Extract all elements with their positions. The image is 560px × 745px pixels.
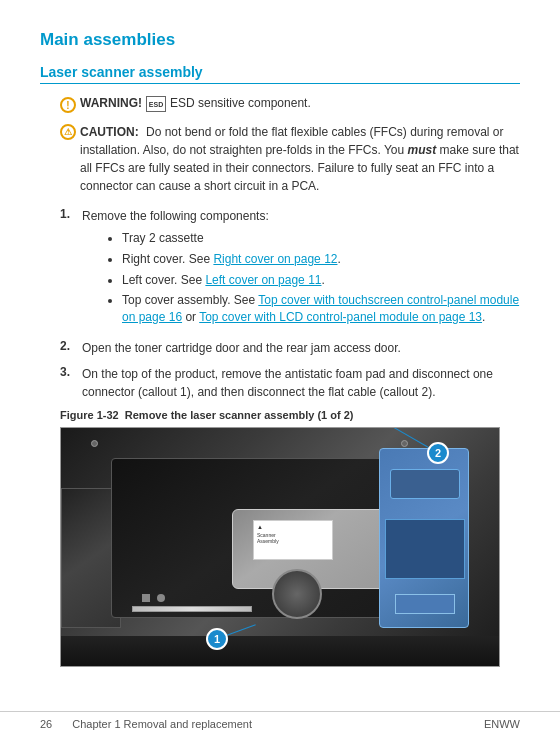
warning-box: ! WARNING! ESD ESD sensitive component. xyxy=(60,96,520,113)
printer-interior: ▲ Scanner Assembly xyxy=(61,428,499,666)
screw-2 xyxy=(401,440,408,447)
round-mirror xyxy=(272,569,322,619)
bullet-list: Tray 2 cassette Right cover. See Right c… xyxy=(122,230,520,326)
callout-1-badge: 1 xyxy=(206,628,228,650)
footer-enww: ENWW xyxy=(484,718,520,730)
flat-cable xyxy=(132,606,252,612)
main-title: Main assemblies xyxy=(40,30,520,50)
top-cover-lcd-link[interactable]: Top cover with LCD control-panel module … xyxy=(199,310,482,324)
right-blue-component xyxy=(379,448,469,628)
bullet-tray2: Tray 2 cassette xyxy=(122,230,520,247)
step-1-text: Remove the following components: Tray 2 … xyxy=(82,207,520,331)
blue-sub-component xyxy=(390,469,460,499)
step-3: 3. On the top of the product, remove the… xyxy=(60,365,520,401)
step-2: 2. Open the toner cartridge door and the… xyxy=(60,339,520,357)
footer-left: 26 Chapter 1 Removal and replacement xyxy=(40,718,252,730)
bottom-section xyxy=(61,636,499,666)
footer-chapter: Chapter 1 Removal and replacement xyxy=(72,718,252,730)
step-1-num: 1. xyxy=(60,207,76,221)
section-title: Laser scanner assembly xyxy=(40,64,520,84)
warning-icon: ! xyxy=(60,97,76,113)
connector-dot-1 xyxy=(142,594,150,602)
screw-1 xyxy=(91,440,98,447)
blue-sub-component-2 xyxy=(385,519,465,579)
figure-image: ▲ Scanner Assembly xyxy=(60,427,500,667)
connector-dot-2 xyxy=(157,594,165,602)
step-2-num: 2. xyxy=(60,339,76,353)
main-tray: ▲ Scanner Assembly xyxy=(111,458,391,618)
figure-label: Figure 1-32 xyxy=(60,409,119,421)
page: Main assemblies Laser scanner assembly !… xyxy=(0,0,560,745)
step-3-num: 3. xyxy=(60,365,76,379)
caution-text: CAUTION: Do not bend or fold the flat fl… xyxy=(80,123,520,195)
left-cover-link[interactable]: Left cover on page 11 xyxy=(205,273,321,287)
scanner-label: ▲ Scanner Assembly xyxy=(253,520,333,560)
bullet-left-cover: Left cover. See Left cover on page 11. xyxy=(122,272,520,289)
figure-caption-text: Remove the laser scanner assembly (1 of … xyxy=(125,409,354,421)
bullet-top-cover: Top cover assembly. See Top cover with t… xyxy=(122,292,520,326)
callout-2-badge: 2 xyxy=(427,442,449,464)
caution-label: CAUTION: xyxy=(80,125,139,139)
right-cover-link[interactable]: Right cover on page 12 xyxy=(213,252,337,266)
footer-page-num: 26 xyxy=(40,718,52,730)
esd-icon: ESD xyxy=(146,96,166,112)
blue-sub-component-3 xyxy=(395,594,455,614)
caution-triangle-icon: ⚠ xyxy=(60,124,76,140)
step-2-text: Open the toner cartridge door and the re… xyxy=(82,339,401,357)
footer: 26 Chapter 1 Removal and replacement ENW… xyxy=(0,711,560,730)
step-1: 1. Remove the following components: Tray… xyxy=(60,207,520,331)
steps-container: 1. Remove the following components: Tray… xyxy=(60,207,520,401)
bullet-right-cover: Right cover. See Right cover on page 12. xyxy=(122,251,520,268)
warning-text: ESD sensitive component. xyxy=(170,96,311,110)
warning-label: WARNING! xyxy=(80,96,142,110)
caution-box: ⚠ CAUTION: Do not bend or fold the flat … xyxy=(60,123,520,195)
figure-caption: Figure 1-32 Remove the laser scanner ass… xyxy=(60,409,520,421)
step-3-text: On the top of the product, remove the an… xyxy=(82,365,520,401)
